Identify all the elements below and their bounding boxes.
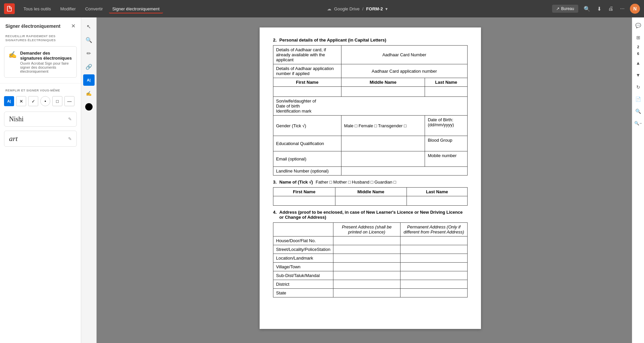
name-header-row: First Name Middle Name Last Name <box>273 78 468 87</box>
blood-label: Blood Group <box>428 138 452 143</box>
middle-name-cell <box>341 87 425 97</box>
edu-blood-row: Educational Qualification Blood Group <box>273 136 468 151</box>
gender-options: Male □ Female □ Transgender □ <box>341 116 425 136</box>
nav-convertir[interactable]: Convertir <box>82 4 106 13</box>
addr-empty-header <box>273 223 333 236</box>
edu-label: Educational Qualification <box>273 136 341 151</box>
cloud-drive-label: Google Drive <box>334 6 360 11</box>
zoom-tool[interactable]: 🔍 <box>83 34 95 46</box>
draw-tool[interactable]: ✍ <box>83 88 95 99</box>
address-table: Present Address (shall be printed on Lic… <box>273 222 468 297</box>
topbar-center: ☁ Google Drive / FORM-2 ▾ <box>163 6 552 11</box>
name2-values-row <box>273 196 468 206</box>
signature-card-icon: ✍ <box>8 51 17 59</box>
section4-number: 4. <box>273 210 277 215</box>
addr-permanent-2 <box>400 254 467 263</box>
name2-first-header: First Name <box>273 188 335 196</box>
download-icon[interactable]: ⬇ <box>596 4 603 13</box>
search-icon[interactable]: 🔍 <box>582 4 592 13</box>
text-tool[interactable]: A| <box>4 96 14 106</box>
addr-permanent-header: Permanent Address (Only if different fro… <box>400 223 467 236</box>
addr-permanent-3 <box>400 263 467 271</box>
dob-value <box>428 127 465 134</box>
app-logo <box>4 3 15 14</box>
nav-signer[interactable]: Signer électroniquement <box>109 4 163 13</box>
pencil-tool[interactable]: ✏ <box>83 48 95 59</box>
card-title: Demander des signatures électroniques <box>20 51 72 61</box>
bureau-button[interactable]: ↗ Bureau <box>552 5 578 13</box>
zoom-out-icon[interactable]: 🔍− <box>634 119 643 128</box>
mobile-label: Mobile number <box>428 153 457 158</box>
topbar-nav: Tous les outils Modifier Convertir Signe… <box>20 4 163 13</box>
addr-permanent-5 <box>400 280 467 289</box>
addr-present-4 <box>333 271 400 280</box>
name2-last-cell <box>407 196 467 206</box>
addr-present-1 <box>333 245 400 254</box>
email-value <box>341 151 425 167</box>
addr-label-6: State <box>273 289 333 297</box>
grid-icon[interactable]: ⊞ <box>634 33 643 42</box>
chat-icon[interactable]: 💬 <box>634 21 643 30</box>
nav-modifier[interactable]: Modifier <box>57 4 79 13</box>
addr-label-3: Village/Town <box>273 263 333 271</box>
dropdown-icon[interactable]: ▾ <box>385 6 388 11</box>
gender-dob-row: Gender (Tick √) Male □ Female □ Transgen… <box>273 116 468 136</box>
addr-present-6 <box>333 289 400 297</box>
first-name-header: First Name <box>273 78 341 87</box>
avatar[interactable]: N <box>630 4 640 14</box>
dot-tool[interactable]: • <box>40 96 50 106</box>
addr-present-0 <box>333 236 400 245</box>
check-tool[interactable]: ✓ <box>28 96 38 106</box>
link-tool[interactable]: 🔗 <box>83 61 95 72</box>
refresh-icon[interactable]: ↻ <box>634 82 643 92</box>
email-mobile-row: Email (optional) Mobile number <box>273 151 468 167</box>
chevron-up-icon[interactable]: ▲ <box>634 58 643 68</box>
name2-middle-header: Middle Name <box>335 188 407 196</box>
addr-label-1: Street/Locality/PoliceStation <box>273 245 333 254</box>
more-icon[interactable]: ··· <box>619 4 626 13</box>
close-button[interactable]: ✕ <box>71 23 75 29</box>
tools-sidebar: ↖ 🔍 ✏ 🔗 A| ✍ <box>81 17 97 343</box>
breadcrumb-divider: / <box>362 6 364 11</box>
rect-tool[interactable]: □ <box>52 96 62 106</box>
page-num-6: 6 <box>637 52 639 56</box>
addr-label-2: Location/Landmark <box>273 254 333 263</box>
signature-2-area[interactable]: art ✎ <box>4 131 77 147</box>
document-icon[interactable]: 📄 <box>634 94 643 104</box>
addr-row-2: Location/Landmark <box>273 254 468 263</box>
signature-1-area[interactable]: Nishi ✎ <box>4 112 77 127</box>
signature-2-text: art <box>9 134 18 143</box>
nav-tous-outils[interactable]: Tous les outils <box>20 4 54 13</box>
name-values-row <box>273 87 468 97</box>
bureau-icon: ↗ <box>556 6 559 11</box>
pointer-tool[interactable]: ↖ <box>83 21 95 32</box>
middle-name-header: Middle Name <box>341 78 425 87</box>
aadhaar-value2: Aadhaar Card application number <box>341 64 467 78</box>
card-desc: Ouvrir Acrobat Sign pour faire signer de… <box>20 61 72 73</box>
personal-info-row: Son/wife/daughter of Date of birth Ident… <box>273 97 468 116</box>
edit-sig1-icon[interactable]: ✎ <box>68 117 72 122</box>
landline-row: Landline Number (optional) <box>273 167 468 176</box>
page-num-2: 2 <box>637 45 639 49</box>
name2-table: First Name Middle Name Last Name <box>273 187 468 206</box>
left-panel: Signer électroniquement ✕ RECUEILLIR RAP… <box>0 17 81 343</box>
right-sidebar: 💬 ⊞ 2 6 ▲ ▼ ↻ 📄 🔍 🔍− <box>632 17 644 343</box>
dob-cell: Date of Birth: (dd/mm/yyyy) <box>425 116 468 136</box>
request-signatures-card[interactable]: ✍ Demander des signatures électroniques … <box>4 46 77 78</box>
color-black <box>85 103 93 111</box>
signature-1-text: Nishi <box>9 115 23 123</box>
blood-cell: Blood Group <box>425 136 468 151</box>
color-picker[interactable] <box>83 101 95 113</box>
cloud-icon: ☁ <box>327 6 331 11</box>
addr-row-0: House/Door/Flat No. <box>273 236 468 245</box>
zoom-in-icon[interactable]: 🔍 <box>634 107 643 116</box>
text-field-tool[interactable]: A| <box>83 74 95 86</box>
line-tool[interactable]: — <box>64 96 74 106</box>
addr-row-3: Village/Town <box>273 263 468 271</box>
chevron-down-icon[interactable]: ▼ <box>634 70 643 80</box>
print-icon[interactable]: 🖨 <box>607 4 615 13</box>
pdf-page: 2. Personal details of the Applicant (in… <box>260 27 481 329</box>
section3-label: Name of (Tick √) <box>279 180 313 185</box>
cross-tool[interactable]: ✕ <box>16 96 26 106</box>
edit-sig2-icon[interactable]: ✎ <box>68 136 72 141</box>
